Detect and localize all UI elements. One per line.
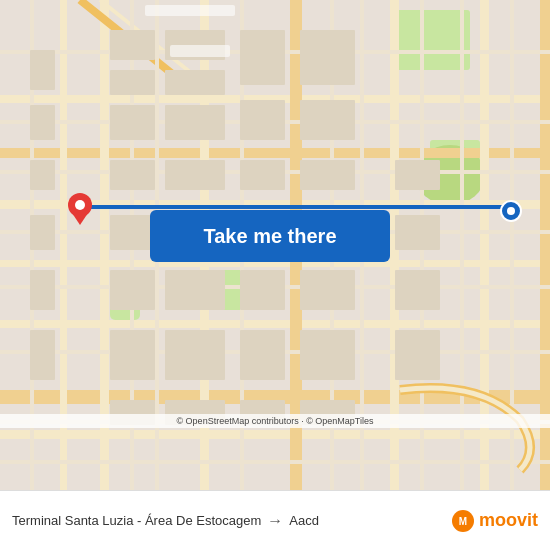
moovit-logo: M moovit [451, 509, 538, 533]
svg-rect-51 [240, 160, 285, 190]
svg-rect-72 [300, 330, 355, 380]
svg-rect-50 [165, 160, 225, 190]
svg-rect-63 [110, 270, 155, 310]
route-to: Aacd [289, 513, 319, 528]
svg-rect-29 [0, 460, 550, 464]
route-info: Terminal Santa Luzia - Área De Estocagem… [12, 512, 451, 530]
svg-rect-64 [165, 270, 225, 310]
svg-point-84 [75, 200, 85, 210]
origin-marker [68, 193, 92, 229]
svg-rect-65 [240, 270, 285, 310]
svg-rect-66 [300, 270, 355, 310]
svg-rect-42 [165, 70, 225, 95]
svg-rect-43 [240, 30, 285, 85]
svg-rect-62 [30, 215, 55, 250]
bottom-bar: Terminal Santa Luzia - Área De Estocagem… [0, 490, 550, 550]
svg-rect-41 [110, 70, 155, 95]
svg-rect-54 [30, 160, 55, 190]
svg-rect-48 [165, 105, 225, 140]
route-from: Terminal Santa Luzia - Área De Estocagem [12, 513, 261, 528]
svg-rect-49 [110, 160, 155, 190]
svg-rect-46 [300, 100, 355, 140]
svg-rect-45 [240, 100, 285, 140]
moovit-brand-text: moovit [479, 510, 538, 531]
svg-rect-81 [145, 5, 235, 16]
svg-rect-55 [30, 105, 55, 140]
svg-rect-12 [0, 430, 550, 439]
map-container: Take me there © OpenStreetMap contributo… [0, 0, 550, 490]
svg-point-86 [507, 207, 515, 215]
svg-rect-53 [395, 160, 440, 190]
svg-rect-56 [30, 50, 55, 90]
svg-rect-47 [110, 105, 155, 140]
svg-rect-80 [170, 45, 230, 57]
svg-rect-73 [395, 330, 440, 380]
svg-rect-69 [110, 330, 155, 380]
svg-rect-1 [390, 10, 470, 70]
svg-rect-70 [165, 330, 225, 380]
svg-rect-10 [0, 320, 550, 328]
svg-rect-68 [30, 270, 55, 310]
svg-rect-74 [30, 330, 55, 380]
svg-marker-83 [72, 213, 88, 225]
take-me-there-button[interactable]: Take me there [150, 210, 390, 262]
svg-rect-57 [110, 215, 155, 250]
svg-text:M: M [459, 516, 467, 527]
route-arrow: → [267, 512, 283, 530]
destination-marker [500, 200, 522, 226]
svg-rect-52 [300, 160, 355, 190]
map-attribution: © OpenStreetMap contributors · © OpenMap… [0, 414, 550, 428]
svg-rect-39 [110, 30, 155, 60]
svg-rect-61 [395, 215, 440, 250]
svg-rect-71 [240, 330, 285, 380]
svg-rect-67 [395, 270, 440, 310]
svg-rect-44 [300, 30, 355, 85]
svg-rect-7 [0, 148, 550, 158]
